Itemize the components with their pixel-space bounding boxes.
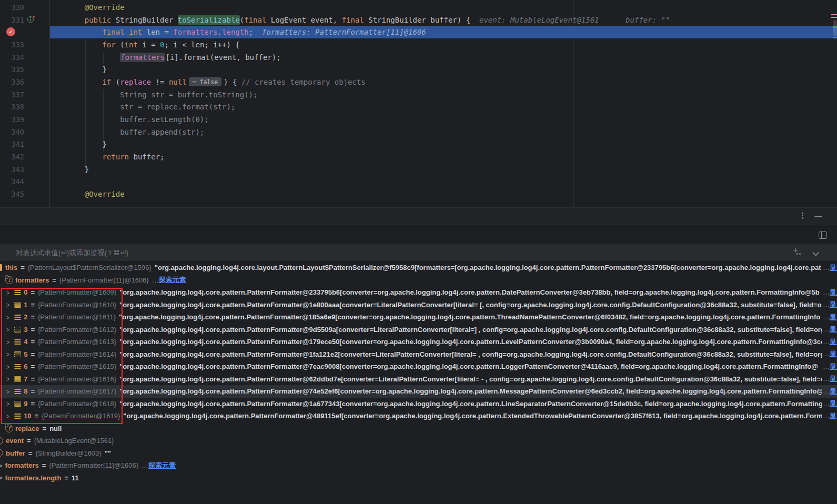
show-link[interactable]: 显示 — [830, 300, 837, 308]
expand-chevron-icon[interactable]: > — [6, 326, 9, 333]
line-number[interactable]: 335 — [0, 65, 24, 74]
variable-row[interactable]: >4={PatternFormatter@1613}"org.apache.lo… — [0, 336, 837, 348]
line-number[interactable]: 343 — [0, 165, 24, 174]
variable-name: 2 — [24, 313, 27, 321]
expand-chevron-icon[interactable]: > — [6, 412, 9, 420]
line-number[interactable]: 331 — [0, 16, 24, 24]
variable-value: "org.apache.logging.log4j.core.layout.Pa… — [155, 264, 822, 271]
variable-row[interactable]: >8={PatternFormatter@1617}"org.apache.lo… — [0, 385, 837, 398]
stripe-mark-green[interactable] — [833, 26, 837, 28]
field-icon: f — [5, 276, 13, 284]
variable-name: 8 — [24, 387, 27, 395]
variable-name: 3 — [24, 326, 27, 334]
variable-row[interactable]: freplace=null — [0, 422, 837, 435]
explore-elements-link[interactable]: 探索元素 — [148, 461, 176, 470]
show-link[interactable]: 显示 — [830, 362, 837, 370]
variable-value: 11 — [72, 474, 79, 482]
variable-row[interactable]: fformatters={PatternFormatter[11]@1606}…… — [0, 274, 837, 287]
error-stripe-mark[interactable] — [831, 14, 837, 15]
add-watch-icon[interactable]: + — [793, 246, 803, 258]
show-link[interactable]: 显示 — [830, 375, 837, 382]
line-number[interactable]: 330 — [0, 3, 24, 12]
override-method-icon[interactable]: 1↑ — [27, 16, 37, 24]
variable-name: 6 — [24, 362, 27, 370]
evaluate-expression-input[interactable]: 对表达式求值(⏎)或添加监视(⇧⌘⏎) — [0, 243, 837, 261]
variable-row[interactable]: event={MutableLogEvent@1561} — [0, 435, 837, 447]
ellipsis: … — [823, 375, 830, 382]
line-number[interactable]: 339 — [0, 115, 24, 124]
gutter: 344 — [0, 176, 50, 188]
show-link[interactable]: 显示 — [830, 338, 837, 346]
array-element-icon — [14, 399, 21, 408]
ellipsis: … — [823, 313, 830, 321]
show-link[interactable]: 显示 — [830, 264, 837, 271]
variable-name: formatters.length — [5, 474, 61, 482]
more-options-icon[interactable]: ⋮ — [799, 211, 806, 220]
explore-elements-link[interactable]: 探索元素 — [159, 275, 186, 285]
line-number[interactable]: 340 — [0, 128, 24, 136]
variable-row[interactable]: >formatters.length=11 — [0, 472, 837, 485]
code-token — [67, 41, 102, 49]
show-link[interactable]: 显示 — [830, 313, 837, 321]
layout-settings-icon[interactable] — [819, 231, 827, 239]
line-number[interactable]: 337 — [0, 90, 24, 99]
code-token: final — [244, 16, 271, 24]
variable-row[interactable]: >0={PatternFormatter@1609}"org.apache.lo… — [0, 286, 837, 299]
variable-row[interactable]: >5={PatternFormatter@1614}"org.apache.lo… — [0, 348, 837, 361]
gutter: 336 — [0, 76, 50, 88]
code-token: } — [67, 140, 107, 148]
show-link[interactable]: 显示 — [830, 288, 837, 296]
variable-value: null — [49, 425, 62, 432]
line-number[interactable]: 333 — [0, 41, 24, 49]
expand-chevron-icon[interactable]: > — [6, 314, 9, 321]
equals-sign: = — [31, 362, 35, 370]
line-number[interactable]: 342 — [0, 153, 24, 161]
show-link[interactable]: 显示 — [830, 387, 837, 395]
expand-chevron-icon[interactable]: > — [6, 301, 9, 308]
expand-chevron-icon[interactable]: > — [6, 350, 9, 358]
code-token: } — [67, 65, 107, 74]
show-link[interactable]: 显示 — [830, 325, 837, 333]
variable-name: 0 — [24, 288, 27, 296]
variable-row[interactable]: buffer={StringBuilder@1603}"" — [0, 447, 837, 460]
equals-sign: = — [43, 425, 47, 432]
expand-chevron-icon[interactable]: > — [6, 289, 9, 296]
line-number[interactable]: 338 — [0, 103, 24, 111]
variable-row[interactable]: this={PatternLayout$PatternSerializer@15… — [0, 261, 837, 274]
variable-row[interactable]: >1={PatternFormatter@1610}"org.apache.lo… — [0, 299, 837, 311]
variable-row[interactable]: >6={PatternFormatter@1615}"org.apache.lo… — [0, 360, 837, 373]
variable-type: {PatternFormatter@1618} — [38, 400, 116, 408]
expand-chevron-icon[interactable]: > — [6, 338, 9, 346]
error-stripe-mark[interactable] — [831, 17, 837, 18]
variable-row[interactable]: >9={PatternFormatter@1618}"org.apache.lo… — [0, 398, 837, 410]
breakpoint-icon[interactable]: ✓ — [6, 27, 15, 36]
editor-scrollbar[interactable] — [833, 20, 837, 36]
code-token: } — [67, 165, 89, 174]
minimize-icon[interactable] — [814, 216, 822, 217]
line-number[interactable]: 336 — [0, 78, 24, 86]
expand-chevron-icon[interactable]: > — [6, 400, 9, 407]
code-token: String str = buffer.toString(); — [67, 90, 257, 99]
line-number[interactable]: 334 — [0, 53, 24, 62]
expand-chevron-icon[interactable]: > — [6, 363, 9, 370]
expand-chevron-icon[interactable]: > — [6, 388, 9, 395]
stripe-mark-green[interactable] — [833, 37, 837, 38]
parameter-icon — [0, 449, 3, 457]
expand-chevron-icon[interactable]: > — [6, 375, 9, 382]
variable-row[interactable]: >formatters={PatternFormatter[11]@1606}…… — [0, 459, 837, 472]
variable-value: "org.apache.logging.log4j.core.pattern.P… — [119, 301, 822, 309]
line-number[interactable]: 345 — [0, 190, 24, 198]
variable-row[interactable]: >10={PatternFormatter@1619}"org.apache.l… — [0, 410, 837, 422]
show-link[interactable]: 显示 — [830, 350, 837, 358]
show-link[interactable]: 显示 — [830, 399, 837, 407]
code-text: } — [50, 138, 837, 151]
variable-name: 4 — [24, 338, 27, 346]
variable-row[interactable]: >3={PatternFormatter@1612}"org.apache.lo… — [0, 324, 837, 336]
variable-row[interactable]: >2={PatternFormatter@1611}"org.apache.lo… — [0, 311, 837, 324]
show-link-suffix: …显示 — [823, 411, 837, 421]
show-link[interactable]: 显示 — [830, 412, 837, 420]
code-token: LogEvent event, — [271, 16, 342, 24]
line-number[interactable]: 341 — [0, 140, 24, 148]
line-number[interactable]: 344 — [0, 177, 24, 186]
variable-row[interactable]: >7={PatternFormatter@1616}"org.apache.lo… — [0, 373, 837, 386]
